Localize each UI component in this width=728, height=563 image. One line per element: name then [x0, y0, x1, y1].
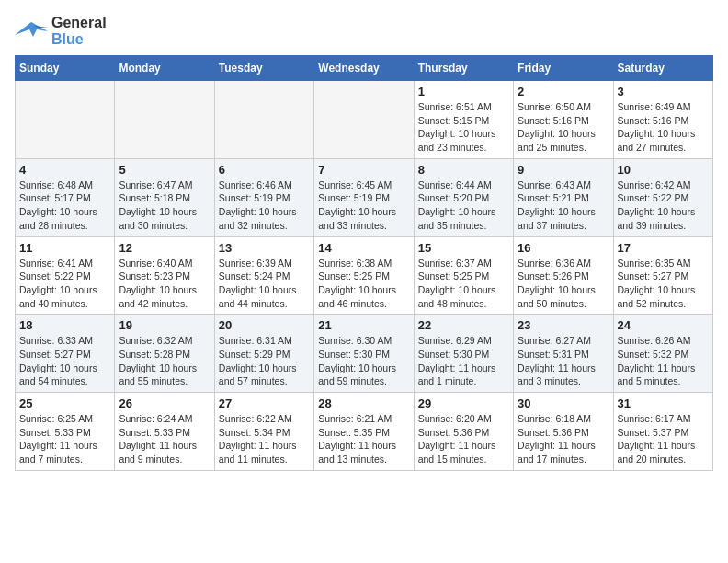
day-number: 7: [318, 163, 409, 177]
calendar-header-row: SundayMondayTuesdayWednesdayThursdayFrid…: [16, 56, 713, 81]
day-info: Sunrise: 6:39 AM Sunset: 5:24 PM Dayligh…: [219, 257, 310, 311]
calendar-cell: 18Sunrise: 6:33 AM Sunset: 5:27 PM Dayli…: [16, 315, 115, 393]
day-number: 30: [518, 396, 609, 410]
calendar-cell: 17Sunrise: 6:35 AM Sunset: 5:27 PM Dayli…: [613, 236, 712, 315]
calendar-cell: [314, 81, 414, 159]
day-number: 12: [119, 241, 210, 255]
weekday-header-friday: Friday: [514, 56, 613, 81]
calendar-cell: 31Sunrise: 6:17 AM Sunset: 5:37 PM Dayli…: [613, 393, 712, 471]
day-number: 16: [518, 241, 609, 255]
day-info: Sunrise: 6:21 AM Sunset: 5:35 PM Dayligh…: [318, 412, 409, 466]
day-info: Sunrise: 6:18 AM Sunset: 5:36 PM Dayligh…: [518, 412, 609, 466]
day-info: Sunrise: 6:44 AM Sunset: 5:20 PM Dayligh…: [418, 178, 509, 233]
calendar-cell: 24Sunrise: 6:26 AM Sunset: 5:32 PM Dayli…: [613, 315, 712, 393]
day-info: Sunrise: 6:27 AM Sunset: 5:31 PM Dayligh…: [518, 334, 609, 388]
weekday-header-wednesday: Wednesday: [314, 56, 414, 81]
calendar-cell: 2Sunrise: 6:50 AM Sunset: 5:16 PM Daylig…: [514, 81, 613, 159]
day-info: Sunrise: 6:20 AM Sunset: 5:36 PM Dayligh…: [418, 412, 509, 466]
day-info: Sunrise: 6:35 AM Sunset: 5:27 PM Dayligh…: [618, 257, 709, 311]
day-info: Sunrise: 6:17 AM Sunset: 5:37 PM Dayligh…: [618, 412, 709, 466]
day-info: Sunrise: 6:45 AM Sunset: 5:19 PM Dayligh…: [318, 178, 409, 233]
day-number: 14: [318, 241, 409, 255]
day-info: Sunrise: 6:36 AM Sunset: 5:26 PM Dayligh…: [518, 257, 609, 311]
day-number: 19: [119, 318, 210, 332]
day-info: Sunrise: 6:25 AM Sunset: 5:33 PM Dayligh…: [19, 412, 110, 466]
weekday-header-monday: Monday: [115, 56, 214, 81]
day-number: 4: [19, 163, 110, 177]
day-number: 10: [618, 163, 709, 177]
day-info: Sunrise: 6:47 AM Sunset: 5:18 PM Dayligh…: [119, 178, 210, 233]
calendar-cell: 3Sunrise: 6:49 AM Sunset: 5:16 PM Daylig…: [613, 81, 712, 159]
calendar-cell: 8Sunrise: 6:44 AM Sunset: 5:20 PM Daylig…: [414, 158, 513, 236]
calendar-cell: 1Sunrise: 6:51 AM Sunset: 5:15 PM Daylig…: [414, 81, 513, 159]
calendar-cell: 29Sunrise: 6:20 AM Sunset: 5:36 PM Dayli…: [414, 393, 513, 471]
day-number: 21: [318, 318, 409, 332]
day-number: 9: [518, 163, 609, 177]
day-info: Sunrise: 6:32 AM Sunset: 5:28 PM Dayligh…: [119, 334, 210, 388]
day-number: 29: [418, 396, 509, 410]
day-number: 24: [618, 318, 709, 332]
calendar-cell: 25Sunrise: 6:25 AM Sunset: 5:33 PM Dayli…: [16, 393, 115, 471]
day-info: Sunrise: 6:24 AM Sunset: 5:33 PM Dayligh…: [119, 412, 210, 466]
calendar-week-2: 4Sunrise: 6:48 AM Sunset: 5:17 PM Daylig…: [16, 158, 713, 236]
calendar-cell: 23Sunrise: 6:27 AM Sunset: 5:31 PM Dayli…: [514, 315, 613, 393]
calendar-cell: 9Sunrise: 6:43 AM Sunset: 5:21 PM Daylig…: [514, 158, 613, 236]
calendar-cell: 10Sunrise: 6:42 AM Sunset: 5:22 PM Dayli…: [613, 158, 712, 236]
header: General Blue: [15, 15, 713, 48]
day-number: 25: [19, 396, 110, 410]
svg-marker-0: [15, 22, 48, 37]
day-info: Sunrise: 6:50 AM Sunset: 5:16 PM Dayligh…: [518, 100, 609, 155]
day-number: 31: [618, 396, 709, 410]
calendar-week-1: 1Sunrise: 6:51 AM Sunset: 5:15 PM Daylig…: [16, 81, 713, 159]
day-info: Sunrise: 6:26 AM Sunset: 5:32 PM Dayligh…: [618, 334, 709, 388]
calendar-table: SundayMondayTuesdayWednesdayThursdayFrid…: [15, 55, 713, 471]
calendar-cell: 28Sunrise: 6:21 AM Sunset: 5:35 PM Dayli…: [314, 393, 414, 471]
logo: General Blue: [15, 15, 107, 48]
calendar-cell: 19Sunrise: 6:32 AM Sunset: 5:28 PM Dayli…: [115, 315, 214, 393]
day-number: 5: [119, 163, 210, 177]
day-info: Sunrise: 6:37 AM Sunset: 5:25 PM Dayligh…: [418, 257, 509, 311]
day-number: 13: [219, 241, 310, 255]
day-info: Sunrise: 6:46 AM Sunset: 5:19 PM Dayligh…: [219, 178, 310, 233]
day-info: Sunrise: 6:30 AM Sunset: 5:30 PM Dayligh…: [318, 334, 409, 388]
day-number: 2: [518, 85, 609, 98]
day-info: Sunrise: 6:43 AM Sunset: 5:21 PM Dayligh…: [518, 178, 609, 233]
calendar-week-3: 11Sunrise: 6:41 AM Sunset: 5:22 PM Dayli…: [16, 236, 713, 315]
day-info: Sunrise: 6:42 AM Sunset: 5:22 PM Dayligh…: [618, 178, 709, 233]
calendar-cell: 4Sunrise: 6:48 AM Sunset: 5:17 PM Daylig…: [16, 158, 115, 236]
calendar-week-4: 18Sunrise: 6:33 AM Sunset: 5:27 PM Dayli…: [16, 315, 713, 393]
day-info: Sunrise: 6:29 AM Sunset: 5:30 PM Dayligh…: [418, 334, 509, 388]
day-number: 6: [219, 163, 310, 177]
day-info: Sunrise: 6:31 AM Sunset: 5:29 PM Dayligh…: [219, 334, 310, 388]
day-number: 3: [618, 85, 709, 98]
day-number: 18: [19, 318, 110, 332]
day-number: 20: [219, 318, 310, 332]
calendar-cell: 15Sunrise: 6:37 AM Sunset: 5:25 PM Dayli…: [414, 236, 513, 315]
day-info: Sunrise: 6:49 AM Sunset: 5:16 PM Dayligh…: [618, 100, 709, 155]
weekday-header-thursday: Thursday: [414, 56, 513, 81]
weekday-header-sunday: Sunday: [16, 56, 115, 81]
day-number: 1: [418, 85, 509, 98]
calendar-week-5: 25Sunrise: 6:25 AM Sunset: 5:33 PM Dayli…: [16, 393, 713, 471]
day-number: 15: [418, 241, 509, 255]
day-info: Sunrise: 6:40 AM Sunset: 5:23 PM Dayligh…: [119, 257, 210, 311]
calendar-cell: 27Sunrise: 6:22 AM Sunset: 5:34 PM Dayli…: [214, 393, 313, 471]
calendar-cell: 26Sunrise: 6:24 AM Sunset: 5:33 PM Dayli…: [115, 393, 214, 471]
weekday-header-saturday: Saturday: [613, 56, 712, 81]
day-number: 23: [518, 318, 609, 332]
logo-icon: [15, 18, 48, 44]
calendar-cell: 11Sunrise: 6:41 AM Sunset: 5:22 PM Dayli…: [16, 236, 115, 315]
day-info: Sunrise: 6:22 AM Sunset: 5:34 PM Dayligh…: [219, 412, 310, 466]
day-number: 28: [318, 396, 409, 410]
day-number: 26: [119, 396, 210, 410]
day-info: Sunrise: 6:33 AM Sunset: 5:27 PM Dayligh…: [19, 334, 110, 388]
calendar-cell: 20Sunrise: 6:31 AM Sunset: 5:29 PM Dayli…: [214, 315, 313, 393]
calendar-cell: 16Sunrise: 6:36 AM Sunset: 5:26 PM Dayli…: [514, 236, 613, 315]
calendar-cell: 13Sunrise: 6:39 AM Sunset: 5:24 PM Dayli…: [214, 236, 313, 315]
calendar-cell: 6Sunrise: 6:46 AM Sunset: 5:19 PM Daylig…: [214, 158, 313, 236]
day-info: Sunrise: 6:51 AM Sunset: 5:15 PM Dayligh…: [418, 100, 509, 155]
day-number: 11: [19, 241, 110, 255]
weekday-header-tuesday: Tuesday: [214, 56, 313, 81]
calendar-cell: [115, 81, 214, 159]
day-info: Sunrise: 6:41 AM Sunset: 5:22 PM Dayligh…: [19, 257, 110, 311]
